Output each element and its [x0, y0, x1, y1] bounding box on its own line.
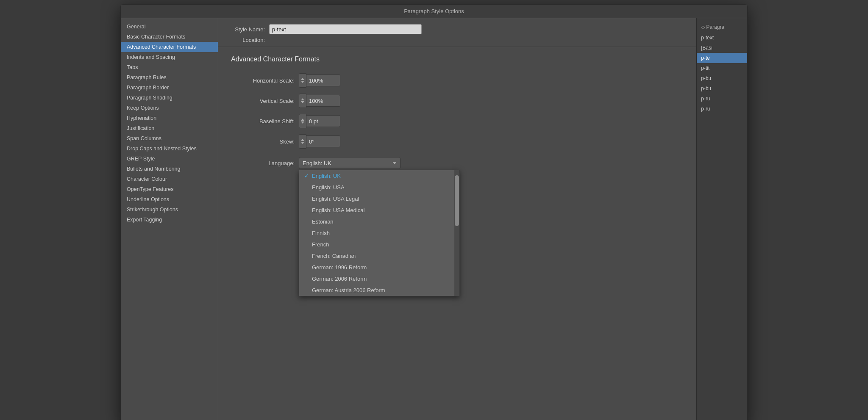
side-panel-item[interactable]: p-ru: [697, 104, 747, 114]
location-row: Location:: [227, 37, 688, 43]
vertical-scale-spinner: [299, 94, 340, 108]
style-name-input[interactable]: [269, 24, 422, 34]
language-select-button[interactable]: English: UK: [299, 157, 401, 169]
sidebar-item-paragraph-rules[interactable]: Paragraph Rules: [121, 72, 218, 83]
side-panel-item[interactable]: p-tit: [697, 63, 747, 73]
section-title: Advanced Character Formats: [231, 55, 684, 63]
dropdown-item[interactable]: German: 2006 Reform: [299, 273, 454, 285]
dropdown-item[interactable]: French: [299, 239, 454, 250]
up-arrow-icon: [301, 98, 304, 100]
scroll-thumb: [455, 175, 459, 226]
dropdown-item[interactable]: English: USA: [299, 182, 454, 193]
down-arrow-icon: [301, 142, 304, 144]
language-row: Language: English: UK English: UKEnglish…: [231, 157, 684, 169]
dropdown-item[interactable]: French: Canadian: [299, 250, 454, 262]
dialog-body: GeneralBasic Character FormatsAdvanced C…: [121, 18, 747, 420]
dialog-window: Paragraph Style Options GeneralBasic Cha…: [120, 4, 748, 420]
side-panel-item[interactable]: p-bu: [697, 83, 747, 94]
side-panel-item[interactable]: p-te: [697, 53, 747, 63]
language-dropdown: English: UKEnglish: USAEnglish: USA Lega…: [299, 170, 460, 296]
skew-label: Skew:: [231, 138, 295, 145]
vertical-scale-label: Vertical Scale:: [231, 98, 295, 104]
side-panel-item[interactable]: p-bu: [697, 73, 747, 83]
dropdown-item[interactable]: German: Austria 2006 Reform: [299, 285, 454, 296]
up-arrow-icon: [301, 119, 304, 121]
language-select-value: English: UK: [303, 160, 331, 166]
language-select-container: English: UK English: UKEnglish: USAEngli…: [299, 157, 401, 169]
sidebar-item-underline-options[interactable]: Underline Options: [121, 194, 218, 204]
sidebar-item-drop-caps-nested-styles[interactable]: Drop Caps and Nested Styles: [121, 144, 218, 154]
style-name-bar: Style Name: Location:: [218, 18, 696, 47]
up-arrow-icon: [301, 78, 304, 80]
sidebar-item-hyphenation[interactable]: Hyphenation: [121, 113, 218, 123]
dropdown-item[interactable]: English: UK: [299, 170, 454, 182]
horizontal-scale-row: Horizontal Scale:: [231, 73, 684, 88]
main-content: Advanced Character Formats Horizontal Sc…: [218, 47, 696, 420]
side-panel-header: ◇ Paragra: [697, 22, 747, 33]
horizontal-scale-input[interactable]: [306, 75, 340, 86]
vertical-scale-input[interactable]: [306, 95, 340, 107]
chevron-down-icon: [392, 162, 397, 164]
style-name-label: Style Name:: [227, 26, 265, 33]
language-label: Language:: [231, 160, 295, 166]
dropdown-scrollbar[interactable]: [454, 170, 459, 296]
right-side-panel: ◇ Paragrap-text[Basip-tep-titp-bup-bup-r…: [696, 18, 747, 420]
sidebar-item-strikethrough-options[interactable]: Strikethrough Options: [121, 204, 218, 215]
window-title: Paragraph Style Options: [404, 8, 464, 14]
skew-input[interactable]: [306, 135, 340, 147]
sidebar-item-basic-character-formats[interactable]: Basic Character Formats: [121, 32, 218, 42]
side-panel-item[interactable]: [Basi: [697, 43, 747, 53]
baseline-shift-input[interactable]: [306, 115, 340, 127]
skew-row: Skew:: [231, 134, 684, 149]
dropdown-item[interactable]: Finnish: [299, 227, 454, 239]
skew-spinner-btn[interactable]: [299, 134, 306, 149]
sidebar-item-paragraph-shading[interactable]: Paragraph Shading: [121, 93, 218, 103]
side-panel-item[interactable]: p-text: [697, 33, 747, 43]
dropdown-item[interactable]: English: USA Medical: [299, 204, 454, 216]
sidebar-item-keep-options[interactable]: Keep Options: [121, 103, 218, 113]
skew-spinner: [299, 134, 340, 149]
sidebar-item-indents-and-spacing[interactable]: Indents and Spacing: [121, 52, 218, 62]
down-arrow-icon: [301, 81, 304, 83]
up-arrow-icon: [301, 139, 304, 141]
sidebar-item-paragraph-border[interactable]: Paragraph Border: [121, 83, 218, 93]
down-arrow-icon: [301, 122, 304, 124]
dropdown-item[interactable]: English: USA Legal: [299, 193, 454, 204]
side-panel-item[interactable]: p-ru: [697, 94, 747, 104]
sidebar-item-bullets-and-numbering[interactable]: Bullets and Numbering: [121, 164, 218, 174]
location-label: Location:: [227, 37, 265, 43]
sidebar-item-export-tagging[interactable]: Export Tagging: [121, 215, 218, 225]
sidebar-item-advanced-character-formats[interactable]: Advanced Character Formats: [121, 42, 218, 52]
style-name-row: Style Name:: [227, 24, 688, 34]
horizontal-scale-spinner-btn[interactable]: [299, 73, 306, 88]
down-arrow-icon: [301, 101, 304, 103]
dropdown-scroll-area: English: UKEnglish: USAEnglish: USA Lega…: [299, 170, 459, 296]
sidebar-item-general[interactable]: General: [121, 22, 218, 32]
dropdown-item[interactable]: German: 1996 Reform: [299, 262, 454, 273]
sidebar: GeneralBasic Character FormatsAdvanced C…: [121, 18, 218, 420]
baseline-shift-label: Baseline Shift:: [231, 118, 295, 124]
sidebar-item-character-colour[interactable]: Character Colour: [121, 174, 218, 184]
sidebar-item-grep-style[interactable]: GREP Style: [121, 154, 218, 164]
vertical-scale-spinner-btn[interactable]: [299, 94, 306, 108]
sidebar-item-span-columns[interactable]: Span Columns: [121, 133, 218, 144]
baseline-shift-row: Baseline Shift:: [231, 114, 684, 128]
dropdown-item[interactable]: Estonian: [299, 216, 454, 227]
sidebar-item-opentype-features[interactable]: OpenType Features: [121, 184, 218, 194]
horizontal-scale-label: Horizontal Scale:: [231, 77, 295, 84]
vertical-scale-row: Vertical Scale:: [231, 94, 684, 108]
sidebar-item-tabs[interactable]: Tabs: [121, 62, 218, 72]
baseline-shift-spinner-btn[interactable]: [299, 114, 306, 128]
sidebar-item-justification[interactable]: Justification: [121, 123, 218, 133]
title-bar: Paragraph Style Options: [121, 5, 747, 18]
right-panel: Style Name: Location: Advanced Character…: [218, 18, 696, 420]
horizontal-scale-spinner: [299, 73, 340, 88]
baseline-shift-spinner: [299, 114, 340, 128]
